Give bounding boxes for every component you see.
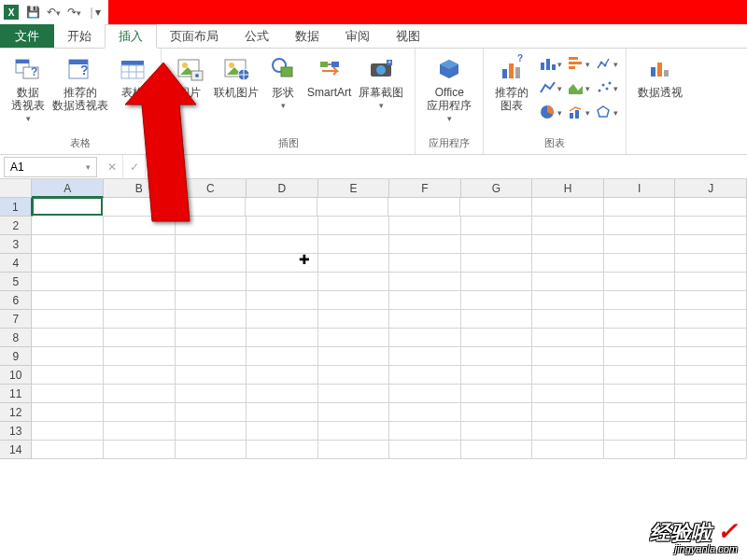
tab-view[interactable]: 视图 xyxy=(383,24,433,48)
cell[interactable] xyxy=(318,310,390,329)
column-header[interactable]: F xyxy=(389,179,461,198)
cell[interactable] xyxy=(104,347,176,366)
cell[interactable] xyxy=(604,273,676,291)
row-header[interactable]: 14 xyxy=(0,441,32,459)
cell[interactable] xyxy=(176,217,247,235)
cell[interactable] xyxy=(461,385,533,403)
scatter-chart-button[interactable]: ▾ xyxy=(594,77,618,99)
cell[interactable] xyxy=(32,329,104,347)
cell[interactable] xyxy=(532,366,604,385)
cell[interactable] xyxy=(176,385,247,403)
cell[interactable] xyxy=(389,273,461,291)
column-chart-button[interactable]: ▾ xyxy=(538,52,562,75)
cell[interactable] xyxy=(176,422,247,441)
cell[interactable] xyxy=(318,217,390,235)
tab-page-layout[interactable]: 页面布局 xyxy=(157,24,232,48)
cell[interactable] xyxy=(604,347,676,366)
cell[interactable] xyxy=(389,291,461,310)
cell[interactable] xyxy=(247,291,318,310)
cell[interactable] xyxy=(32,310,104,329)
cell[interactable] xyxy=(247,217,318,235)
cell[interactable] xyxy=(247,347,318,366)
cell[interactable] xyxy=(32,254,104,273)
cell[interactable] xyxy=(247,254,318,273)
cell[interactable] xyxy=(532,385,604,403)
cell[interactable] xyxy=(247,385,318,403)
cell[interactable] xyxy=(675,329,747,347)
cell[interactable] xyxy=(318,422,390,441)
cell[interactable] xyxy=(389,422,461,441)
cell[interactable] xyxy=(389,385,461,403)
cell[interactable] xyxy=(532,235,604,254)
shapes-button[interactable]: 形状 ▾ xyxy=(262,52,303,112)
cell[interactable] xyxy=(318,273,390,291)
cell[interactable] xyxy=(675,403,747,422)
pie-chart-button[interactable]: ▾ xyxy=(538,101,562,123)
enter-formula-button[interactable]: ✓ xyxy=(123,155,146,178)
cell[interactable] xyxy=(388,198,460,217)
cell[interactable] xyxy=(604,254,676,273)
tab-insert[interactable]: 插入 xyxy=(105,24,157,49)
cell[interactable] xyxy=(675,198,747,217)
cell[interactable] xyxy=(532,403,604,422)
cell[interactable] xyxy=(32,217,104,235)
radar-chart-button[interactable]: ▾ xyxy=(594,101,618,123)
cell[interactable] xyxy=(104,366,176,385)
cell[interactable] xyxy=(104,254,176,273)
cell[interactable] xyxy=(532,422,604,441)
cell[interactable] xyxy=(675,310,747,329)
cell[interactable] xyxy=(532,441,604,459)
row-header[interactable]: 11 xyxy=(0,385,32,403)
formula-bar-input[interactable] xyxy=(168,155,747,178)
cell[interactable] xyxy=(389,403,461,422)
cell[interactable] xyxy=(317,198,389,217)
stock-chart-button[interactable]: ▾ xyxy=(594,52,618,75)
row-header[interactable]: 7 xyxy=(0,310,32,329)
recommended-charts-button[interactable]: ? 推荐的 图表 xyxy=(491,52,532,114)
cell[interactable] xyxy=(104,310,176,329)
cell[interactable] xyxy=(604,366,676,385)
cell[interactable] xyxy=(247,235,318,254)
cell[interactable] xyxy=(675,366,747,385)
screenshot-button[interactable]: + 屏幕截图 ▾ xyxy=(355,52,407,112)
cell[interactable] xyxy=(247,273,318,291)
cell[interactable] xyxy=(318,385,390,403)
cell[interactable] xyxy=(102,198,174,217)
tab-formulas[interactable]: 公式 xyxy=(232,24,282,48)
cell[interactable] xyxy=(461,347,533,366)
select-all-cell[interactable] xyxy=(0,179,32,198)
cell[interactable] xyxy=(675,441,747,459)
cell[interactable] xyxy=(246,198,317,217)
cell[interactable] xyxy=(176,366,247,385)
tab-review[interactable]: 审阅 xyxy=(332,24,383,48)
cell[interactable] xyxy=(461,422,533,441)
tab-file[interactable]: 文件 xyxy=(0,24,54,48)
cell[interactable] xyxy=(247,310,318,329)
cell[interactable] xyxy=(675,385,747,403)
cell[interactable] xyxy=(604,385,676,403)
cell[interactable] xyxy=(389,310,461,329)
pivot-chart-button[interactable]: 数据透视 xyxy=(634,52,686,101)
row-header[interactable]: 9 xyxy=(0,347,32,366)
column-header[interactable]: C xyxy=(176,179,247,198)
cell[interactable] xyxy=(247,422,318,441)
row-header[interactable]: 12 xyxy=(0,403,32,422)
cell[interactable] xyxy=(604,217,676,235)
cell[interactable] xyxy=(461,273,533,291)
cell[interactable] xyxy=(532,198,604,217)
cell[interactable] xyxy=(675,217,747,235)
column-header[interactable]: H xyxy=(532,179,604,198)
cell[interactable] xyxy=(247,441,318,459)
cell[interactable] xyxy=(604,235,676,254)
cell[interactable] xyxy=(389,366,461,385)
row-header[interactable]: 8 xyxy=(0,329,32,347)
cell[interactable] xyxy=(604,441,676,459)
cell[interactable] xyxy=(32,422,104,441)
cell[interactable] xyxy=(318,366,390,385)
pivot-table-button[interactable]: ? 数据 透视表 ▾ xyxy=(7,52,49,125)
cell[interactable] xyxy=(389,347,461,366)
cell[interactable] xyxy=(32,197,104,216)
qat-save-button[interactable]: 💾 xyxy=(22,2,43,22)
cell[interactable] xyxy=(604,198,676,217)
cell[interactable] xyxy=(32,235,104,254)
